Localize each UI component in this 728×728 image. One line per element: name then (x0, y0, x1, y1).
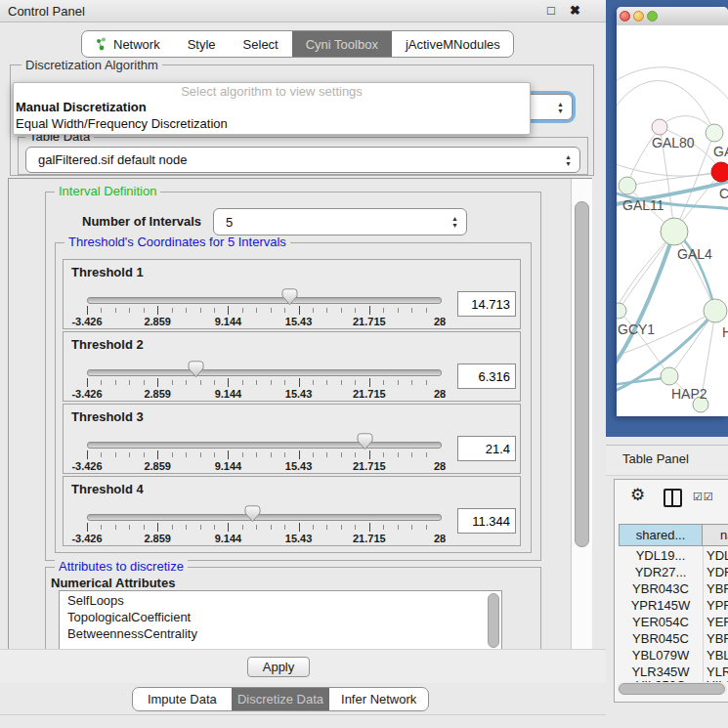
tab-select-label: Select (243, 37, 278, 52)
mac-close-button[interactable] (620, 11, 630, 21)
threshold-4-slider-thumb[interactable] (244, 505, 261, 523)
table-row[interactable]: YDL19...YDL1 (615, 548, 728, 565)
horizontal-scrollbar-thumb[interactable] (619, 683, 725, 695)
dropdown-placeholder: Select algorithm to view settings (14, 84, 530, 99)
cell-shared: YDR27... (619, 565, 703, 579)
tab-select[interactable]: Select (230, 31, 292, 57)
table-row[interactable]: YBL079WYBL0 (615, 648, 728, 664)
tick-label: 9.144 (215, 316, 242, 327)
table-row[interactable]: YPR145WYPR1 (615, 598, 728, 615)
network-node-hap2[interactable] (661, 367, 678, 385)
threshold-2-value-input[interactable] (457, 364, 516, 389)
cell-shared: YPR145W (619, 598, 703, 613)
table-panel: ⚙ ☑☑ shared... na YDL19...YDL1 YDR27...Y… (614, 479, 728, 703)
column-header-name[interactable]: na (702, 524, 728, 546)
tick-labels: -3.426 2.859 9.144 15.43 21.715 28 (87, 316, 440, 327)
network-node-gal4[interactable] (661, 218, 688, 245)
network-node-gal11[interactable] (619, 177, 636, 194)
list-item[interactable]: TopologicalCoefficient (67, 610, 191, 626)
cell-shared: YBR045C (619, 631, 703, 646)
tab-infer-network[interactable]: Infer Network (329, 688, 428, 710)
network-canvas[interactable]: GAL80 GA C GAL11 GAL4 GCY1 H HAP2 (617, 25, 728, 416)
tick-label: 15.43 (285, 533, 313, 544)
tick-labels: -3.426 2.859 9.144 15.43 21.715 28 (87, 388, 440, 400)
threshold-1-value-input[interactable] (457, 291, 516, 317)
mac-zoom-button[interactable] (647, 11, 658, 21)
gear-icon[interactable]: ⚙ (630, 485, 645, 505)
spinner-down-icon: ▼ (565, 160, 572, 167)
table-data-combobox[interactable]: galFiltered.sif default node ▲ ▼ (25, 147, 580, 173)
threshold-3-value-input[interactable] (457, 436, 516, 461)
tab-cyni-toolbox-label: Cyni Toolbox (306, 37, 378, 52)
threshold-1-slider-thumb[interactable] (281, 288, 298, 306)
tick-labels: -3.426 2.859 9.144 15.43 21.715 28 (87, 533, 440, 544)
dropdown-option-equal-width[interactable]: Equal Width/Frequency Discretization (16, 116, 228, 131)
threshold-2-slider-thumb[interactable] (188, 361, 204, 378)
tick-labels: -3.426 2.859 9.144 15.43 21.715 28 (87, 460, 440, 472)
network-node-gal80[interactable] (652, 119, 667, 135)
vertical-scrollbar-track[interactable] (571, 179, 592, 652)
close-window-icon[interactable]: ✖ (570, 3, 580, 18)
spinner-up-icon: ▲ (565, 153, 572, 160)
network-node-h[interactable] (704, 299, 727, 322)
mac-minimize-button[interactable] (633, 11, 644, 21)
network-window-titlebar[interactable] (617, 7, 728, 26)
column-layout-icon[interactable] (664, 489, 682, 507)
threshold-1-label: Threshold 1 (71, 265, 144, 279)
network-graph (617, 25, 728, 416)
tick-label: 21.715 (353, 533, 386, 544)
cell-name: YDL1 (707, 548, 728, 563)
numerical-attributes-heading: Numerical Attributes (51, 576, 175, 590)
table-row[interactable]: YER054CYER0 (615, 615, 728, 631)
algorithm-group-title: Discretization Algorithm (21, 59, 162, 72)
threshold-3-slider-track[interactable] (87, 442, 442, 449)
tab-discretize-data-label: Discretize Data (237, 692, 323, 707)
tick-label: 15.43 (285, 460, 313, 472)
table-panel-title: Table Panel (622, 451, 689, 466)
apply-strip: Apply (0, 649, 606, 683)
dropdown-option-manual[interactable]: Manual Discretization (16, 100, 147, 114)
network-node-ga[interactable] (706, 124, 723, 142)
tick-marks (87, 523, 440, 532)
node-label-c: C (719, 186, 728, 201)
tab-impute-data[interactable]: Impute Data (133, 688, 232, 710)
network-node-gcy1[interactable] (617, 303, 626, 319)
float-window-icon[interactable]: □ (547, 3, 555, 18)
tick-marks (87, 378, 440, 387)
tick-label: 2.859 (144, 460, 171, 472)
threshold-1-slider-track[interactable] (87, 297, 442, 304)
checkbox-columns-icon[interactable]: ☑☑ (693, 491, 714, 503)
tab-impute-data-label: Impute Data (148, 692, 217, 707)
tick-label: 28 (434, 316, 446, 327)
spinner-icon: ▲ ▼ (565, 153, 579, 167)
table-row[interactable]: YBR045CYBR0 (615, 631, 728, 648)
threshold-4-slider-track[interactable] (87, 514, 442, 521)
network-node-red-selected[interactable] (711, 162, 728, 182)
apply-button[interactable]: Apply (247, 657, 310, 677)
tab-jactivemnodules[interactable]: jActiveMNodules (392, 31, 514, 57)
list-item[interactable]: BetweennessCentrality (67, 626, 197, 643)
tab-cyni-toolbox[interactable]: Cyni Toolbox (292, 31, 392, 57)
spinner-down-icon: ▼ (451, 222, 458, 229)
table-row[interactable]: YBR043CYBR0 (615, 581, 728, 598)
cell-name: YBR0 (707, 631, 728, 646)
interval-definition-group-title: Interval Definition (55, 185, 160, 198)
thresholds-group-title: Threshold's Coordinates for 5 Intervals (64, 236, 290, 249)
threshold-2-slider-track[interactable] (87, 369, 442, 376)
tab-discretize-data[interactable]: Discretize Data (232, 688, 330, 710)
number-of-intervals-combobox[interactable]: 5 ▲ ▼ (213, 208, 467, 236)
table-row[interactable]: YDR27...YDR2 (615, 565, 728, 581)
attributes-listbox[interactable]: SelfLoops TopologicalCoefficient Between… (59, 590, 502, 651)
vertical-scrollbar-thumb[interactable] (575, 201, 589, 547)
tick-label: 9.144 (215, 460, 242, 472)
threshold-3-slider-thumb[interactable] (357, 433, 373, 450)
threshold-4-value-input[interactable] (457, 508, 516, 534)
tick-label: 28 (434, 388, 446, 400)
column-header-shared[interactable]: shared... (619, 524, 703, 546)
list-scrollbar-thumb[interactable] (488, 593, 499, 648)
list-item[interactable]: SelfLoops (67, 593, 124, 610)
tab-style[interactable]: Style (174, 31, 230, 57)
tab-network[interactable]: Network (82, 31, 174, 57)
horizontal-scrollbar-track[interactable] (618, 682, 727, 695)
tick-label: 21.715 (353, 388, 386, 400)
